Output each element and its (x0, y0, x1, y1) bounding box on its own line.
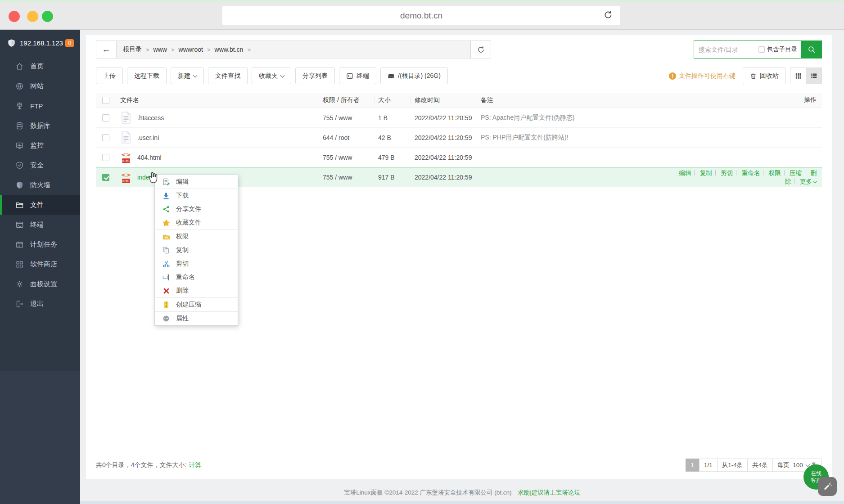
svg-text:<>: <> (121, 151, 131, 158)
search-box: 包含子目录 (694, 40, 822, 58)
breadcrumb-www[interactable]: www (153, 46, 167, 53)
sidebar-item-appstore[interactable]: 软件商店 (0, 254, 80, 274)
html-file-icon: <>HTML (120, 171, 132, 184)
new-button[interactable]: 新建 (171, 68, 204, 84)
checkbox-icon[interactable] (102, 97, 109, 104)
action-copy[interactable]: 复制 (700, 170, 712, 176)
browser-refresh-icon[interactable] (603, 10, 613, 22)
grid-view-icon (795, 72, 802, 79)
file-mtime: 2022/04/22 11:20:59 (411, 174, 477, 181)
header-permission[interactable]: 权限 / 所有者 (319, 96, 375, 105)
forum-link[interactable]: 求助|建议请上宝塔论坛 (518, 489, 580, 496)
menu-item-compress[interactable]: 创建压缩 (155, 298, 238, 311)
file-name[interactable]: .htaccess (137, 114, 164, 122)
ftp-icon (15, 102, 24, 110)
menu-item-download[interactable]: 下载 (155, 189, 238, 202)
path-refresh-button[interactable] (470, 40, 491, 58)
table-row[interactable]: <>HTML 404.html 755 / www 479 B 2022/04/… (96, 148, 822, 167)
header-mtime[interactable]: 修改时间 (411, 96, 477, 105)
breadcrumb-separator: > (146, 46, 149, 53)
menu-item-cut[interactable]: 剪切 (155, 257, 238, 270)
header-filename[interactable]: 文件名 (117, 96, 319, 105)
action-rename[interactable]: 重命名 (742, 170, 760, 176)
file-name[interactable]: .user.ini (137, 134, 159, 141)
remote-download-button[interactable]: 远程下载 (127, 68, 167, 84)
row-checkbox-checked[interactable] (102, 174, 109, 181)
sidebar-item-files[interactable]: 文件 (0, 195, 80, 215)
breadcrumb-site[interactable]: www.bt.cn (215, 46, 244, 53)
file-name[interactable]: 404.html (137, 154, 162, 161)
search-button[interactable] (801, 40, 822, 58)
back-button[interactable]: ← (96, 40, 117, 58)
address-bar[interactable]: demo.bt.cn (222, 6, 620, 25)
sidebar-item-monitor[interactable]: 监控 (0, 135, 80, 155)
grid-view-button[interactable] (790, 68, 806, 84)
recycle-bin-button[interactable]: 回收站 (743, 68, 786, 84)
page-number-current[interactable]: 1 (686, 459, 700, 472)
window-close-button[interactable] (9, 11, 20, 22)
sidebar-footer-area (0, 371, 80, 504)
info-icon: ! (669, 72, 676, 80)
breadcrumb-bar[interactable]: 根目录 > www > wwwroot > www.bt.cn > (116, 40, 470, 58)
favorites-button[interactable]: 收藏夹 (252, 68, 291, 84)
menu-item-copy[interactable]: 复制 (155, 243, 238, 257)
menu-item-properties[interactable]: 属性 (155, 312, 238, 325)
file-permission: 755 / www (319, 174, 375, 181)
refresh-icon (477, 45, 485, 54)
window-maximize-button[interactable] (42, 11, 53, 22)
checkbox-icon[interactable] (758, 46, 765, 53)
menu-item-delete[interactable]: 删除 (155, 284, 238, 297)
menu-item-share[interactable]: 分享文件 (155, 202, 238, 216)
sidebar-item-terminal[interactable]: 终端 (0, 215, 80, 234)
action-permission[interactable]: 权限 (769, 170, 781, 176)
breadcrumb: ← 根目录 > www > wwwroot > www.bt.cn > (96, 40, 491, 58)
upload-button[interactable]: 上传 (96, 68, 123, 84)
copyright-text: 宝塔Linux面板 ©2014-2022 广东堡塔安全技术有限公司 (bt.cn… (344, 489, 511, 496)
menu-item-favorite[interactable]: 收藏文件 (155, 216, 238, 230)
header-size[interactable]: 大小 (375, 96, 411, 105)
row-checkbox[interactable] (102, 154, 109, 161)
sidebar-item-home[interactable]: 首页 (0, 56, 80, 76)
table-row[interactable]: .user.ini 644 / root 42 B 2022/04/22 11:… (96, 128, 822, 148)
menu-item-permission[interactable]: 权限 (155, 230, 238, 243)
table-row[interactable]: .htaccess 755 / www 1 B 2022/04/22 11:20… (96, 108, 822, 128)
row-checkbox[interactable] (102, 114, 109, 122)
menu-item-edit[interactable]: 编辑 (155, 175, 238, 189)
message-badge[interactable]: 0 (65, 39, 74, 47)
top-strip (0, 0, 844, 2)
disk-root-button[interactable]: /(根目录) (26G) (380, 68, 448, 84)
sidebar-item-ftp[interactable]: FTP (0, 96, 80, 116)
action-compress[interactable]: 压缩 (790, 170, 802, 176)
sidebar-item-security[interactable]: 安全 (0, 155, 80, 175)
file-find-button[interactable]: 文件查找 (208, 68, 248, 84)
menu-item-rename[interactable]: 重命名 (155, 270, 238, 284)
sidebar-item-logout[interactable]: 退出 (0, 294, 80, 314)
breadcrumb-root[interactable]: 根目录 (123, 45, 142, 54)
calc-size-link[interactable]: 计算 (189, 461, 201, 469)
toolbar-right: ! 文件操作可使用右键 回收站 (669, 68, 822, 84)
row-checkbox[interactable] (102, 134, 109, 141)
action-more[interactable]: 更多 (800, 178, 812, 185)
magic-tool-button[interactable] (818, 477, 837, 496)
list-view-button[interactable] (806, 68, 822, 84)
share-icon (162, 205, 170, 213)
online-service-widget: 在线客服 (803, 464, 837, 496)
sidebar-item-site[interactable]: 网站 (0, 76, 80, 96)
sidebar-item-cron[interactable]: 计划任务 (0, 234, 80, 254)
file-note: PS: PHP用户配置文件(防跨站)! (477, 134, 670, 142)
include-subdir-checkbox[interactable]: 包含子目录 (758, 45, 798, 54)
terminal-button[interactable]: 终端 (339, 68, 376, 84)
search-input[interactable] (694, 46, 758, 53)
file-note: PS: Apache用户配置文件(伪静态) (477, 114, 670, 122)
select-all-checkbox[interactable] (96, 96, 117, 105)
action-edit[interactable]: 编辑 (679, 170, 691, 176)
share-list-button[interactable]: 分享列表 (295, 68, 335, 84)
sidebar-item-panel-settings[interactable]: 面板设置 (0, 274, 80, 294)
globe-icon (15, 82, 24, 90)
window-minimize-button[interactable] (27, 11, 38, 22)
sidebar-item-database[interactable]: 数据库 (0, 116, 80, 135)
action-cut[interactable]: 剪切 (721, 170, 733, 176)
firewall-shield-icon (15, 181, 24, 189)
sidebar-item-firewall[interactable]: 防火墙 (0, 175, 80, 195)
breadcrumb-wwwroot[interactable]: wwwroot (179, 46, 203, 53)
